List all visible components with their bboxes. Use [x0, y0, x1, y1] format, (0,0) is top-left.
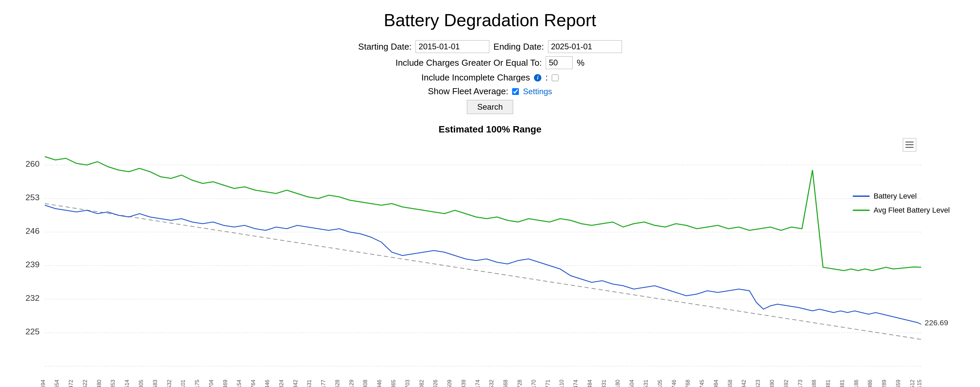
svg-text:68,173: 68,173 [797, 380, 803, 387]
svg-text:29,308: 29,308 [362, 380, 368, 387]
svg-text:12,514: 12,514 [124, 380, 130, 387]
svg-text:226.69: 226.69 [924, 319, 948, 327]
svg-text:8,472: 8,472 [68, 380, 74, 387]
svg-text:253: 253 [25, 193, 40, 201]
svg-text:260: 260 [25, 159, 40, 168]
svg-text:74,186: 74,186 [853, 380, 859, 387]
svg-text:54,746: 54,746 [671, 380, 676, 387]
svg-text:80,512: 80,512 [909, 380, 915, 387]
svg-text:35,839: 35,839 [460, 380, 466, 387]
svg-text:24,531: 24,531 [306, 380, 312, 387]
fleet-avg-label: Show Fleet Average: [428, 86, 508, 97]
svg-text:17,175: 17,175 [194, 380, 200, 387]
svg-text:19,154: 19,154 [236, 380, 242, 387]
svg-text:20,764: 20,764 [250, 380, 256, 387]
svg-text:44,110: 44,110 [558, 380, 565, 387]
svg-text:51,504: 51,504 [628, 380, 635, 387]
charges-unit: % [577, 58, 584, 68]
colon: : [546, 73, 548, 83]
svg-text:15,532: 15,532 [166, 380, 172, 387]
svg-text:63,390: 63,390 [769, 380, 775, 387]
svg-text:14,583: 14,583 [152, 380, 158, 387]
svg-text:53,105: 53,105 [657, 380, 662, 387]
charges-input[interactable] [546, 56, 573, 69]
svg-text:75,986: 75,986 [867, 380, 873, 387]
incomplete-checkbox[interactable] [552, 75, 558, 81]
svg-text:34,509: 34,509 [446, 380, 452, 387]
svg-text:46,474: 46,474 [573, 380, 579, 387]
chart-title: Estimated 100% Range [17, 124, 963, 135]
fleet-avg-checkbox[interactable] [512, 88, 519, 95]
svg-text:232: 232 [25, 293, 40, 302]
controls-section: Starting Date: Ending Date: Include Char… [7, 40, 973, 114]
legend-fleet-label: Avg Fleet Battery Level [873, 206, 950, 215]
svg-text:13,805: 13,805 [138, 380, 144, 387]
svg-text:10,480: 10,480 [95, 380, 102, 387]
svg-text:73,481: 73,481 [839, 380, 845, 387]
svg-text:28,129: 28,129 [348, 380, 354, 387]
starting-date-label: Starting Date: [358, 41, 412, 52]
svg-text:22,324: 22,324 [278, 380, 284, 387]
legend-battery-line [853, 195, 870, 197]
svg-text:6,694: 6,694 [40, 380, 46, 387]
legend-battery-label: Battery Level [873, 192, 916, 201]
legend-fleet-level: Avg Fleet Battery Level [853, 206, 950, 215]
svg-text:82,115: 82,115 [916, 380, 922, 387]
svg-text:52,531: 52,531 [643, 380, 649, 387]
svg-text:34,026: 34,026 [432, 380, 438, 387]
svg-text:79,659: 79,659 [895, 380, 901, 387]
svg-text:38,668: 38,668 [503, 380, 509, 387]
svg-text:37,532: 37,532 [488, 380, 494, 387]
legend-fleet-line [853, 209, 870, 211]
search-row: Search [467, 100, 513, 114]
svg-text:60,623: 60,623 [755, 380, 761, 387]
svg-text:56,745: 56,745 [699, 380, 705, 387]
svg-text:33,082: 33,082 [418, 380, 424, 387]
svg-text:18,469: 18,469 [222, 380, 228, 387]
svg-text:239: 239 [25, 260, 40, 269]
date-row: Starting Date: Ending Date: [358, 40, 622, 53]
incomplete-row: Include Incomplete Charges i : [422, 73, 559, 83]
chart-svg: 260 253 246 239 232 225 226.69 6,694 7,6… [17, 138, 963, 387]
svg-text:55,768: 55,768 [685, 380, 691, 387]
svg-text:17,704: 17,704 [208, 380, 214, 387]
svg-text:57,984: 57,984 [713, 380, 719, 387]
svg-text:16,101: 16,101 [180, 380, 186, 387]
fleet-avg-row: Show Fleet Average: Settings [428, 86, 552, 97]
info-icon: i [534, 74, 541, 81]
svg-text:39,728: 39,728 [517, 380, 523, 387]
svg-text:30,946: 30,946 [376, 380, 382, 387]
svg-text:31,365: 31,365 [390, 380, 396, 387]
svg-text:11,853: 11,853 [110, 380, 116, 387]
ending-date-input[interactable] [548, 40, 622, 53]
charges-row: Include Charges Greater Or Equal To: % [395, 56, 584, 69]
settings-link[interactable]: Settings [523, 87, 552, 96]
page-container: Battery Degradation Report Starting Date… [0, 0, 980, 387]
search-button[interactable]: Search [467, 100, 513, 114]
svg-text:26,177: 26,177 [320, 380, 326, 387]
svg-text:50,180: 50,180 [614, 380, 620, 387]
chart-legend: Battery Level Avg Fleet Battery Level [853, 192, 950, 215]
svg-text:246: 246 [25, 226, 40, 235]
chart-area: 260 253 246 239 232 225 226.69 6,694 7,6… [17, 138, 963, 387]
svg-text:66,692: 66,692 [783, 380, 789, 387]
starting-date-input[interactable] [415, 40, 489, 53]
svg-text:58,658: 58,658 [727, 380, 733, 387]
charges-label: Include Charges Greater Or Equal To: [395, 58, 542, 68]
svg-text:36,174: 36,174 [474, 380, 480, 387]
svg-text:69,688: 69,688 [811, 380, 817, 387]
svg-text:42,771: 42,771 [544, 380, 550, 387]
svg-text:76,289: 76,289 [881, 380, 887, 387]
svg-text:59,842: 59,842 [741, 380, 747, 387]
svg-text:41,170: 41,170 [530, 380, 536, 387]
legend-battery-level: Battery Level [853, 192, 950, 201]
incomplete-label: Include Incomplete Charges [422, 73, 530, 83]
ending-date-label: Ending Date: [493, 41, 544, 52]
svg-line-16 [45, 203, 921, 339]
svg-text:225: 225 [25, 327, 40, 336]
svg-text:7,654: 7,654 [54, 380, 60, 387]
svg-text:23,342: 23,342 [292, 380, 298, 387]
svg-text:32,703: 32,703 [404, 380, 410, 387]
svg-text:47,484: 47,484 [587, 380, 593, 387]
svg-text:26,628: 26,628 [334, 380, 340, 387]
